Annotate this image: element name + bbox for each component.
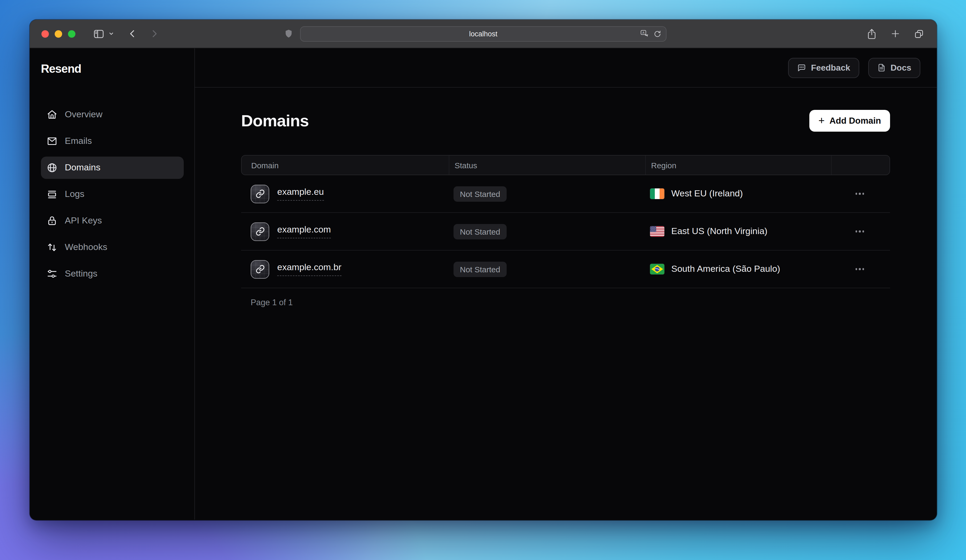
chevron-down-icon[interactable] <box>108 31 114 37</box>
docs-button[interactable]: Docs <box>868 57 920 78</box>
sidebar-item-emails[interactable]: Emails <box>41 130 184 152</box>
browser-toolbar: localhost A <box>30 20 937 48</box>
domain-link[interactable]: example.eu <box>277 187 324 201</box>
sidebar-item-api-keys[interactable]: API Keys <box>41 210 184 232</box>
sidebar-item-label: Overview <box>65 109 102 120</box>
zoom-window-button[interactable] <box>68 30 76 38</box>
sidebar-item-label: Logs <box>65 189 84 200</box>
sidebar-item-label: Emails <box>65 136 92 146</box>
sidebar-nav: Overview Emails Domains <box>41 103 184 285</box>
page-title: Domains <box>241 111 309 130</box>
status-badge: Not Started <box>453 186 507 201</box>
sidebar-item-webhooks[interactable]: Webhooks <box>41 236 184 259</box>
sidebar-item-settings[interactable]: Settings <box>41 263 184 285</box>
table-header: Domain Status Region <box>241 155 890 175</box>
desktop-background: localhost A <box>0 0 966 560</box>
status-badge: Not Started <box>453 261 507 277</box>
globe-icon <box>47 162 58 173</box>
main-area: Feedback Docs Domains <box>195 48 937 520</box>
row-menu-button[interactable] <box>853 228 867 236</box>
minimize-window-button[interactable] <box>55 30 62 38</box>
domain-link[interactable]: example.com.br <box>277 262 342 276</box>
table-row[interactable]: example.com.br Not Started <box>241 251 890 288</box>
home-icon <box>47 109 58 120</box>
sidebar-item-label: Settings <box>65 269 97 279</box>
forward-button[interactable] <box>150 29 159 38</box>
row-menu-button[interactable] <box>853 190 867 198</box>
close-window-button[interactable] <box>41 30 49 38</box>
address-bar[interactable]: localhost A <box>300 26 667 41</box>
region-label: South America (São Paulo) <box>671 264 780 274</box>
row-menu-button[interactable] <box>853 265 867 273</box>
sidebar-toggle-icon[interactable] <box>93 28 105 39</box>
link-icon <box>255 264 265 274</box>
mail-icon <box>47 136 58 146</box>
resend-logo: Resend <box>41 62 194 76</box>
column-header-domain: Domain <box>242 156 449 175</box>
privacy-shield-icon[interactable] <box>285 29 292 38</box>
feedback-button-label: Feedback <box>811 63 850 72</box>
top-bar: Feedback Docs <box>195 48 937 88</box>
lock-icon <box>47 216 58 226</box>
sidebar-item-overview[interactable]: Overview <box>41 103 184 126</box>
table-row[interactable]: example.com Not Started <box>241 213 890 251</box>
docs-button-label: Docs <box>890 63 911 72</box>
logs-icon <box>47 189 58 200</box>
sidebar-item-logs[interactable]: Logs <box>41 183 184 205</box>
link-icon <box>255 189 265 198</box>
column-header-actions <box>831 156 890 175</box>
arrows-up-down-icon <box>47 242 58 253</box>
tab-overview-icon[interactable] <box>914 29 924 39</box>
domains-table: Domain Status Region example.eu <box>241 155 890 288</box>
region-label: West EU (Ireland) <box>671 188 743 199</box>
new-tab-icon[interactable] <box>890 29 900 38</box>
domain-favicon-tile <box>251 185 269 203</box>
pagination-status: Page 1 of 1 <box>241 298 890 307</box>
address-bar-url: localhost <box>469 30 498 38</box>
domain-link[interactable]: example.com <box>277 224 331 238</box>
column-header-status: Status <box>449 156 645 175</box>
sidebar-item-label: API Keys <box>65 216 102 226</box>
add-domain-button-label: Add Domain <box>830 116 881 126</box>
status-badge: Not Started <box>453 224 507 239</box>
sidebar-item-domains[interactable]: Domains <box>41 157 184 179</box>
flag-united-states-icon <box>650 226 664 237</box>
add-domain-button[interactable]: + Add Domain <box>809 110 890 132</box>
sidebar: Resend Overview Emails <box>30 48 195 520</box>
domain-favicon-tile <box>251 260 269 278</box>
sidebar-item-label: Webhooks <box>65 242 107 253</box>
svg-text:A: A <box>642 31 644 34</box>
translate-icon[interactable]: A <box>641 30 649 38</box>
domains-page: Domains + Add Domain Domain Status Regio… <box>195 88 937 307</box>
sliders-icon <box>47 269 58 279</box>
plus-icon: + <box>818 115 825 126</box>
domain-favicon-tile <box>251 222 269 241</box>
traffic-lights <box>41 30 76 38</box>
link-icon <box>255 227 265 236</box>
region-label: East US (North Virginia) <box>671 226 767 237</box>
back-button[interactable] <box>128 29 137 38</box>
document-icon <box>877 63 886 72</box>
sidebar-item-label: Domains <box>65 162 100 173</box>
table-row[interactable]: example.eu Not Started West EU (Ireland) <box>241 175 890 213</box>
reload-icon[interactable] <box>654 30 661 38</box>
column-header-region: Region <box>645 156 831 175</box>
flag-brazil-icon <box>650 264 664 274</box>
feedback-button[interactable]: Feedback <box>788 57 859 78</box>
flag-ireland-icon <box>650 188 664 199</box>
speech-bubble-dots-icon <box>797 63 806 72</box>
share-icon[interactable] <box>867 28 877 39</box>
browser-window: localhost A <box>30 20 937 520</box>
